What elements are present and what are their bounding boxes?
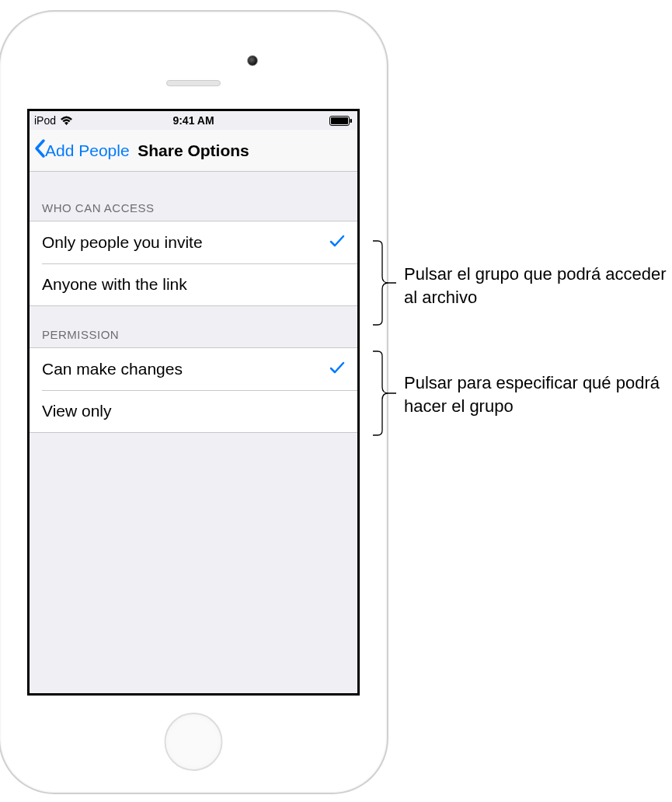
option-label: Can make changes <box>42 360 183 378</box>
option-view-only[interactable]: View only <box>30 390 357 432</box>
option-label: Anyone with the link <box>42 275 187 294</box>
option-label: Only people you invite <box>42 233 203 252</box>
carrier-label: iPod <box>34 114 56 127</box>
screen: iPod 9:41 AM <box>27 109 360 696</box>
page-title: Share Options <box>138 141 249 160</box>
device-frame: iPod 9:41 AM <box>0 12 387 793</box>
front-camera <box>247 55 258 66</box>
nav-bar: Add People Share Options <box>30 130 357 172</box>
option-only-people-you-invite[interactable]: Only people you invite <box>30 221 357 263</box>
option-anyone-with-link[interactable]: Anyone with the link <box>30 263 357 305</box>
status-time: 9:41 AM <box>172 114 214 127</box>
section-header-permission: PERMISSION <box>30 306 357 347</box>
speaker-grille <box>166 80 221 86</box>
back-button[interactable]: Add People <box>30 138 130 162</box>
option-can-make-changes[interactable]: Can make changes <box>30 348 357 390</box>
battery-icon <box>329 116 353 126</box>
svg-rect-2 <box>350 119 353 123</box>
wifi-icon <box>60 116 73 126</box>
callout-access: Pulsar el grupo que podrá acceder al arc… <box>404 263 672 309</box>
section-header-access: WHO CAN ACCESS <box>30 172 357 221</box>
permission-group: Can make changes View only <box>30 347 357 433</box>
svg-rect-1 <box>331 117 348 124</box>
callout-permission: Pulsar para especificar qué podrá hacer … <box>404 371 672 417</box>
callout-bracket-permission <box>373 350 398 437</box>
access-group: Only people you invite Anyone with the l… <box>30 221 357 306</box>
back-label: Add People <box>45 141 130 160</box>
callout-bracket-access <box>373 239 398 326</box>
checkmark-icon <box>329 360 345 378</box>
option-label: View only <box>42 402 112 420</box>
home-button[interactable] <box>165 713 223 771</box>
checkmark-icon <box>329 233 345 252</box>
status-bar: iPod 9:41 AM <box>30 111 357 130</box>
